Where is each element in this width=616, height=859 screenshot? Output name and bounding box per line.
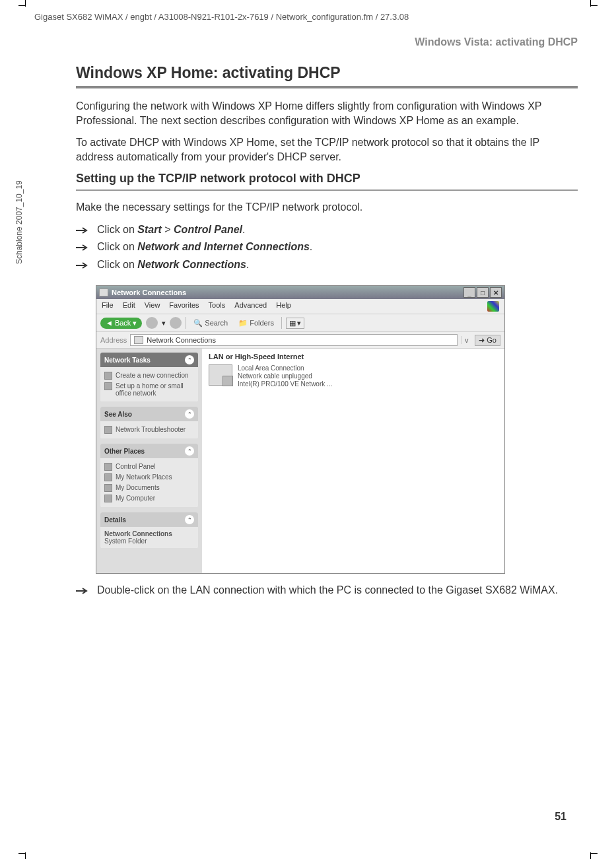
help-icon: [104, 426, 112, 434]
minimize-button[interactable]: _: [463, 287, 475, 298]
views-button[interactable]: ▦ ▾: [286, 318, 304, 329]
window-title: Network Connections: [112, 289, 186, 296]
running-head: Windows Vista: activating DHCP: [76, 36, 578, 48]
search-icon: 🔍: [193, 319, 203, 327]
details-type: System Folder: [104, 537, 194, 545]
network-connections-window: Network Connections _ □ ✕ File Edit View…: [96, 285, 505, 574]
up-button[interactable]: [170, 317, 182, 329]
arrow-icon: [76, 259, 90, 271]
link-my-documents[interactable]: My Documents: [104, 483, 194, 493]
panel-header[interactable]: Other Places ⌃: [100, 444, 198, 458]
arrow-icon: [76, 224, 90, 236]
embedded-screenshot: Network Connections _ □ ✕ File Edit View…: [96, 285, 505, 574]
close-button[interactable]: ✕: [490, 287, 502, 298]
connections-list: LAN or High-Speed Internet Local Area Co…: [202, 349, 504, 573]
arrow-icon: [76, 585, 90, 597]
template-side-label: Schablone 2007_10_19: [15, 180, 24, 264]
address-label: Address: [100, 336, 127, 344]
tasks-sidebar: Network Tasks ⌃ Create a new connection …: [96, 349, 202, 573]
collapse-icon: ⌃: [185, 446, 194, 456]
arrow-icon: [76, 242, 90, 254]
step-item: Click on Network and Internet Connection…: [76, 240, 578, 254]
control-panel-icon: [104, 463, 112, 471]
task-link[interactable]: Create a new connection: [104, 370, 194, 381]
step-text: Click on Start > Control Panel.: [97, 223, 246, 237]
separator: [281, 317, 282, 329]
menu-favorites[interactable]: Favorites: [169, 301, 199, 312]
connection-name: Local Area Connection: [238, 364, 332, 372]
address-value: Network Connections: [147, 336, 216, 344]
folder-icon: [134, 336, 143, 344]
documents-icon: [104, 484, 112, 492]
panel-header[interactable]: Details ⌃: [100, 512, 198, 527]
h1-rule: [76, 86, 578, 88]
step-text: Click on Network and Internet Connection…: [97, 240, 312, 254]
network-places-icon: [104, 473, 112, 481]
paragraph: Make the necessary settings for the TCP/…: [76, 200, 578, 215]
link-control-panel[interactable]: Control Panel: [104, 462, 194, 472]
back-icon: ◄: [106, 319, 113, 327]
category-header: LAN or High-Speed Internet: [209, 353, 498, 361]
address-bar: Address Network Connections v ➜ Go: [96, 332, 504, 349]
lan-connection-item[interactable]: Local Area Connection Network cable unpl…: [209, 364, 498, 388]
dropdown-icon: ▾: [162, 319, 166, 327]
see-also-panel: See Also ⌃ Network Troubleshooter: [100, 407, 198, 438]
panel-header[interactable]: Network Tasks ⌃: [100, 353, 198, 367]
home-network-icon: [104, 382, 112, 390]
menu-tools[interactable]: Tools: [209, 301, 226, 312]
link-my-computer[interactable]: My Computer: [104, 493, 194, 504]
doc-header-path: Gigaset SX682 WiMAX / engbt / A31008-N92…: [34, 12, 409, 22]
search-button[interactable]: 🔍 Search: [190, 318, 231, 329]
address-input[interactable]: Network Connections: [130, 334, 458, 346]
wizard-icon: [104, 372, 112, 380]
paragraph: Configuring the network with Windows XP …: [76, 99, 578, 127]
maximize-button[interactable]: □: [477, 287, 489, 298]
menu-edit[interactable]: Edit: [123, 301, 135, 312]
folder-icon: [99, 289, 108, 296]
windows-logo-icon: [487, 301, 499, 312]
panel-header[interactable]: See Also ⌃: [100, 407, 198, 421]
heading-1: Windows XP Home: activating DHCP: [76, 64, 578, 82]
paragraph: To activate DHCP with Windows XP Home, s…: [76, 135, 578, 164]
menu-file[interactable]: File: [102, 301, 114, 312]
details-name: Network Connections: [104, 530, 194, 537]
details-panel: Details ⌃ Network Connections System Fol…: [100, 512, 198, 548]
menu-view[interactable]: View: [145, 301, 160, 312]
step-item: Click on Start > Control Panel.: [76, 223, 578, 237]
link[interactable]: Network Troubleshooter: [104, 425, 194, 435]
go-button[interactable]: ➜ Go: [475, 335, 500, 346]
network-tasks-panel: Network Tasks ⌃ Create a new connection …: [100, 353, 198, 401]
other-places-panel: Other Places ⌃ Control Panel My Network …: [100, 444, 198, 507]
menu-help[interactable]: Help: [276, 301, 291, 312]
window-body: Network Tasks ⌃ Create a new connection …: [96, 349, 504, 573]
folders-icon: 📁: [238, 319, 248, 327]
step-item: Double-click on the LAN connection with …: [76, 583, 578, 598]
heading-2: Setting up the TCP/IP network protocol w…: [76, 172, 578, 186]
menu-bar: File Edit View Favorites Tools Advanced …: [96, 299, 504, 314]
address-dropdown[interactable]: v: [461, 336, 471, 344]
task-link[interactable]: Set up a home or small office network: [104, 381, 194, 398]
dropdown-icon: ▾: [133, 319, 137, 327]
step-text: Click on Network Connections.: [97, 258, 249, 272]
window-titlebar[interactable]: Network Connections _ □ ✕: [96, 286, 504, 299]
page-content: Windows Vista: activating DHCP Windows X…: [76, 36, 578, 601]
connection-adapter: Intel(R) PRO/100 VE Network ...: [238, 380, 332, 388]
dropdown-icon: ▾: [297, 319, 301, 327]
go-icon: ➜: [479, 336, 485, 345]
back-button[interactable]: ◄ Back ▾: [100, 318, 142, 329]
connection-status: Network cable unplugged: [238, 372, 332, 380]
link-network-places[interactable]: My Network Places: [104, 472, 194, 483]
computer-icon: [104, 495, 112, 502]
menu-advanced[interactable]: Advanced: [234, 301, 267, 312]
lan-connection-icon: [209, 364, 232, 386]
page-number: 51: [555, 811, 566, 823]
folders-button[interactable]: 📁 Folders: [235, 318, 277, 329]
collapse-icon: ⌃: [185, 515, 194, 524]
step-text: Double-click on the LAN connection with …: [97, 583, 558, 598]
h2-rule: [76, 189, 578, 191]
collapse-icon: ⌃: [185, 355, 194, 364]
separator: [186, 317, 186, 329]
forward-button[interactable]: [146, 317, 158, 329]
views-icon: ▦: [289, 319, 296, 327]
step-item: Click on Network Connections.: [76, 258, 578, 272]
